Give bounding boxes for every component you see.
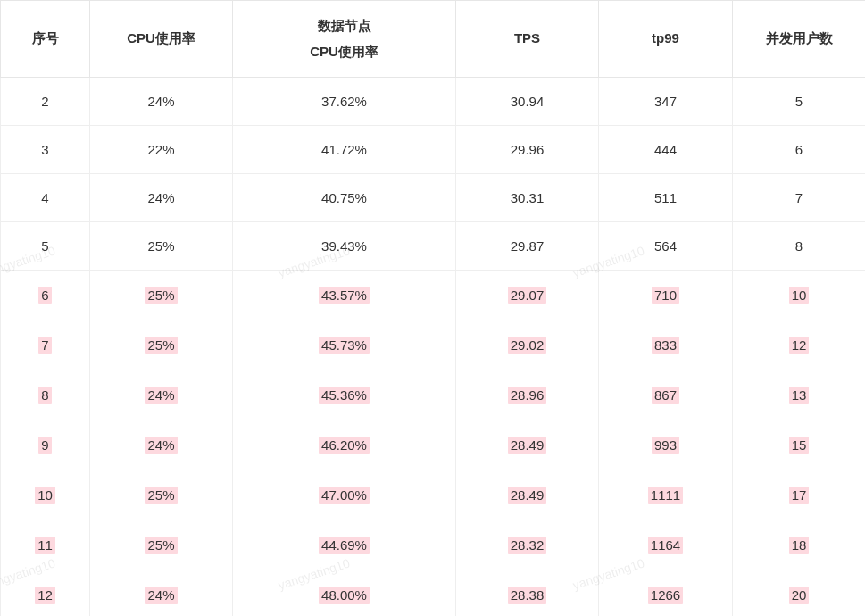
cell-value: 710 <box>652 287 679 304</box>
performance-table: 序号 CPU使用率 数据节点 CPU使用率 TPS tp99 并发用户数 224… <box>0 0 865 616</box>
cell-seq: 2 <box>1 78 90 126</box>
header-node-cpu-line1: 数据节点 <box>240 13 448 39</box>
cell-value: 4 <box>41 190 48 205</box>
cell-value: 25% <box>145 537 177 554</box>
table-row: 1025%47.00%28.49111117 <box>1 470 866 520</box>
cell-value: 48.00% <box>319 587 370 604</box>
cell-value: 44.69% <box>319 537 370 554</box>
cell-value: 25% <box>147 238 174 254</box>
cell-seq: 10 <box>1 470 90 520</box>
cell-value: 867 <box>652 387 679 404</box>
cell-node_cpu: 48.00% <box>233 570 456 617</box>
cell-value: 12 <box>35 587 55 604</box>
cell-cpu: 25% <box>90 271 233 320</box>
cell-seq: 9 <box>1 420 90 470</box>
table-row: 1125%44.69%28.32116418 <box>1 520 866 570</box>
cell-value: 28.38 <box>508 587 547 604</box>
cell-value: 13 <box>789 387 810 404</box>
cell-seq: 5 <box>1 222 90 271</box>
cell-value: 24% <box>145 387 177 404</box>
cell-value: 8 <box>38 387 51 404</box>
cell-value: 45.73% <box>319 337 370 354</box>
cell-node_cpu: 45.73% <box>233 320 456 370</box>
cell-value: 7 <box>795 190 803 205</box>
cell-value: 25% <box>145 287 177 304</box>
cell-value: 6 <box>795 142 803 157</box>
cell-tp99: 444 <box>599 126 733 174</box>
cell-value: 1164 <box>648 537 683 554</box>
table-row: 224%37.62%30.943475 <box>1 78 866 126</box>
cell-tp99: 347 <box>599 78 733 126</box>
header-node-cpu-line2: CPU使用率 <box>240 39 448 65</box>
header-tp99: tp99 <box>599 1 733 78</box>
cell-cpu: 24% <box>90 420 233 470</box>
header-node-cpu: 数据节点 CPU使用率 <box>233 1 456 78</box>
cell-users: 7 <box>733 174 866 222</box>
cell-value: 10 <box>789 287 810 304</box>
cell-users: 5 <box>733 78 866 126</box>
cell-value: 24% <box>147 94 174 109</box>
cell-cpu: 25% <box>90 222 233 271</box>
cell-cpu: 24% <box>90 370 233 420</box>
cell-users: 18 <box>733 520 866 570</box>
cell-value: 5 <box>795 94 803 109</box>
cell-value: 18 <box>789 537 810 554</box>
cell-seq: 7 <box>1 320 90 370</box>
cell-value: 564 <box>654 238 677 254</box>
cell-seq: 8 <box>1 370 90 420</box>
cell-value: 7 <box>38 337 51 354</box>
table-header: 序号 CPU使用率 数据节点 CPU使用率 TPS tp99 并发用户数 <box>1 1 866 78</box>
cell-value: 12 <box>789 337 810 354</box>
cell-node_cpu: 47.00% <box>233 470 456 520</box>
cell-value: 22% <box>147 142 174 157</box>
cell-value: 28.96 <box>508 387 547 404</box>
cell-users: 13 <box>733 370 866 420</box>
cell-value: 46.20% <box>319 437 370 454</box>
cell-value: 24% <box>147 190 174 205</box>
table-row: 525%39.43%29.875648 <box>1 222 866 271</box>
cell-node_cpu: 45.36% <box>233 370 456 420</box>
cell-value: 833 <box>652 337 679 354</box>
cell-tps: 29.96 <box>456 126 599 174</box>
cell-value: 511 <box>654 190 677 205</box>
cell-cpu: 25% <box>90 470 233 520</box>
table-row: 824%45.36%28.9686713 <box>1 370 866 420</box>
cell-seq: 6 <box>1 271 90 320</box>
cell-node_cpu: 46.20% <box>233 420 456 470</box>
cell-tp99: 1266 <box>599 570 733 617</box>
cell-node_cpu: 44.69% <box>233 520 456 570</box>
cell-value: 43.57% <box>319 287 370 304</box>
cell-value: 29.87 <box>511 238 545 254</box>
cell-cpu: 24% <box>90 570 233 617</box>
cell-value: 29.02 <box>508 337 547 354</box>
cell-value: 28.32 <box>508 537 547 554</box>
header-tps: TPS <box>456 1 599 78</box>
table-row: 625%43.57%29.0771010 <box>1 271 866 320</box>
cell-value: 24% <box>145 437 177 454</box>
cell-tps: 29.02 <box>456 320 599 370</box>
cell-value: 9 <box>38 437 51 454</box>
cell-value: 30.31 <box>511 190 545 205</box>
cell-value: 28.49 <box>508 487 547 504</box>
cell-value: 6 <box>38 287 51 304</box>
cell-seq: 3 <box>1 126 90 174</box>
cell-tps: 28.49 <box>456 420 599 470</box>
cell-value: 347 <box>654 94 677 109</box>
table-row: 924%46.20%28.4999315 <box>1 420 866 470</box>
cell-cpu: 22% <box>90 126 233 174</box>
cell-tp99: 1164 <box>599 520 733 570</box>
table-row: 1224%48.00%28.38126620 <box>1 570 866 617</box>
cell-users: 8 <box>733 222 866 271</box>
cell-value: 20 <box>789 587 810 604</box>
cell-value: 5 <box>41 238 48 254</box>
cell-value: 11 <box>35 537 55 554</box>
cell-users: 12 <box>733 320 866 370</box>
cell-value: 37.62% <box>321 94 367 109</box>
cell-node_cpu: 41.72% <box>233 126 456 174</box>
cell-value: 47.00% <box>319 487 370 504</box>
cell-seq: 12 <box>1 570 90 617</box>
cell-value: 1266 <box>648 587 683 604</box>
cell-value: 3 <box>41 142 48 157</box>
cell-value: 10 <box>35 487 55 504</box>
header-users: 并发用户数 <box>733 1 866 78</box>
